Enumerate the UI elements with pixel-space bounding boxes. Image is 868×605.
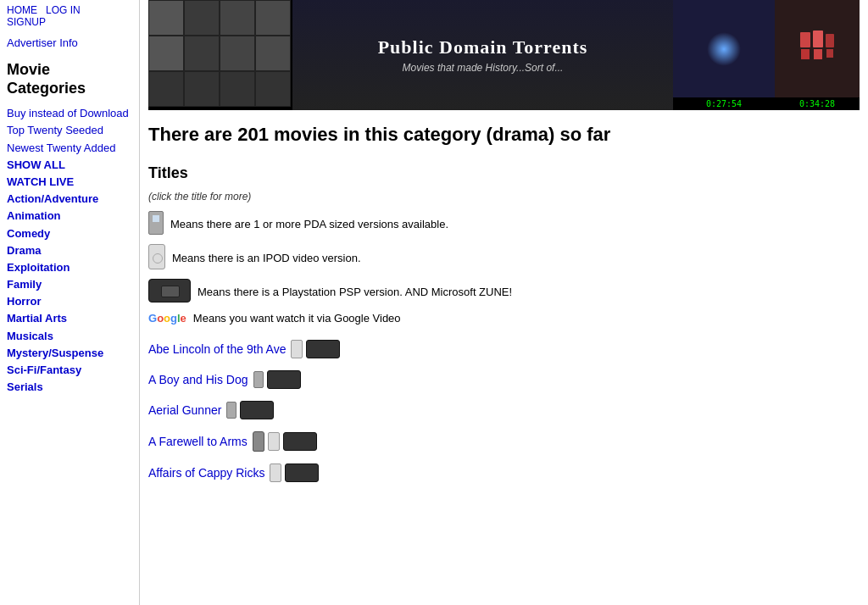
film-thumb-12	[255, 71, 291, 107]
film-thumb-9	[148, 71, 184, 107]
movie-icons-aerial	[226, 401, 274, 419]
sidebar-heading: Movie Categories	[7, 61, 132, 97]
svg-rect-5	[826, 49, 833, 58]
sidebar-item-showall[interactable]: SHOW ALL	[7, 158, 132, 173]
legend: Means there are 1 or more PDA sized vers…	[148, 211, 860, 325]
login-link[interactable]: LOG IN	[46, 4, 81, 16]
svg-rect-3	[801, 49, 810, 59]
banner-center: Public Domain Torrents Movies that made …	[292, 0, 673, 110]
sidebar-item-animation[interactable]: Animation	[7, 208, 132, 224]
legend-google-text: Means you want watch it via Google Video	[193, 312, 401, 325]
banner-robots-svg	[792, 24, 843, 75]
psp-icon-sm	[267, 370, 301, 389]
movie-list: Abe Lincoln of the 9th Ave A Boy and His…	[148, 340, 860, 482]
category-title: There are 201 movies in this category (d…	[148, 123, 860, 147]
psp-icon-sm	[283, 432, 317, 451]
movie-item: A Boy and His Dog	[148, 370, 860, 389]
film-thumb-4	[255, 0, 291, 36]
movie-link-abe[interactable]: Abe Lincoln of the 9th Ave	[148, 342, 286, 356]
home-link[interactable]: HOME	[7, 4, 37, 16]
legend-ipod-text: Means there is an IPOD video version.	[172, 252, 361, 264]
sidebar-item-horror[interactable]: Horror	[7, 294, 132, 309]
site-banner: Public Domain Torrents Movies that made …	[148, 0, 860, 110]
click-note: (click the title for more)	[148, 191, 860, 203]
psp-icon	[148, 279, 191, 305]
legend-psp-text: Means there is a Playstation PSP version…	[198, 286, 512, 298]
film-thumb-7	[220, 36, 255, 71]
legend-google: Google Means you want watch it via Googl…	[148, 312, 860, 325]
movie-item: Abe Lincoln of the 9th Ave	[148, 340, 860, 358]
film-thumb-6	[184, 36, 220, 71]
film-thumb-2	[184, 0, 220, 36]
banner-video-1-time: 0:27:54	[673, 97, 775, 110]
sidebar-item-serials[interactable]: Serials	[7, 380, 132, 395]
google-icon: Google	[148, 312, 186, 325]
top-nav: HOME LOG IN SIGNUP	[7, 4, 132, 28]
sidebar-nav: Buy instead of Download Top Twenty Seede…	[7, 106, 132, 395]
banner-title: Public Domain Torrents	[378, 36, 588, 58]
ipod-icon	[148, 244, 165, 272]
banner-video-2: 0:34:28	[775, 0, 860, 110]
pda-icon-sm	[253, 371, 264, 388]
sidebar-item-family[interactable]: Family	[7, 277, 132, 292]
film-thumb-10	[184, 71, 220, 107]
film-thumb-1	[148, 0, 184, 36]
movie-link-affairs[interactable]: Affairs of Cappy Ricks	[148, 466, 264, 480]
sidebar-item-scifi[interactable]: Sci-Fi/Fantasy	[7, 363, 132, 378]
sidebar-item-buy[interactable]: Buy instead of Download	[7, 106, 132, 121]
banner-glow	[707, 32, 741, 66]
sidebar-item-newest[interactable]: Newest Twenty Added	[7, 141, 132, 156]
legend-psp: Means there is a Playstation PSP version…	[148, 279, 860, 305]
svg-rect-0	[800, 32, 810, 47]
sidebar-item-watchlive[interactable]: WATCH LIVE	[7, 175, 132, 190]
sidebar-item-martialarts[interactable]: Martial Arts	[7, 311, 132, 326]
film-thumb-8	[255, 36, 291, 71]
pda-icon-sm	[226, 402, 236, 419]
bottle-icon-sm	[253, 431, 264, 452]
sidebar-item-top-twenty[interactable]: Top Twenty Seeded	[7, 123, 132, 138]
signup-link[interactable]: SIGNUP	[7, 16, 46, 28]
film-thumb-5	[148, 36, 184, 71]
film-thumb-3	[220, 0, 255, 36]
banner-video-1-inner	[673, 0, 775, 97]
movie-icons-boy	[253, 370, 301, 389]
movie-item: Aerial Gunner	[148, 401, 860, 419]
banner-video-2-time: 0:34:28	[775, 97, 860, 110]
banner-video-1: 0:27:54	[673, 0, 775, 110]
movie-icons-abe	[291, 340, 340, 358]
banner-video-2-inner	[775, 0, 860, 97]
banner-subtitle: Movies that made History...Sort of...	[403, 62, 564, 74]
sidebar-item-drama[interactable]: Drama	[7, 243, 132, 258]
sidebar-item-comedy[interactable]: Comedy	[7, 226, 132, 241]
svg-rect-1	[813, 31, 823, 47]
movie-item: Affairs of Cappy Ricks	[148, 463, 860, 482]
legend-pda-text: Means there are 1 or more PDA sized vers…	[170, 218, 448, 230]
ipod-icon-sm	[268, 432, 280, 451]
movie-link-boy[interactable]: A Boy and His Dog	[148, 373, 248, 386]
psp-icon-sm	[240, 401, 274, 419]
movie-item: A Farewell to Arms	[148, 431, 860, 452]
svg-rect-2	[826, 34, 834, 47]
advertiser-info: Advertiser Info	[7, 36, 132, 49]
ipod-icon-sm	[270, 463, 281, 482]
sidebar-item-musicals[interactable]: Musicals	[7, 329, 132, 344]
banner-filmstrip	[148, 0, 292, 110]
movie-icons-affairs	[270, 463, 319, 482]
sidebar-item-mystery[interactable]: Mystery/Suspense	[7, 346, 132, 361]
legend-ipod: Means there is an IPOD video version.	[148, 244, 860, 272]
film-thumb-11	[220, 71, 255, 107]
legend-pda: Means there are 1 or more PDA sized vers…	[148, 211, 860, 237]
sidebar-item-exploitation[interactable]: Exploitation	[7, 260, 132, 275]
movie-link-aerial[interactable]: Aerial Gunner	[148, 403, 221, 417]
svg-rect-4	[814, 49, 822, 59]
psp-icon-sm	[285, 463, 319, 482]
movie-icons-farewell	[253, 431, 317, 452]
ipod-icon-sm	[291, 340, 303, 358]
movie-link-farewell[interactable]: A Farewell to Arms	[148, 435, 248, 448]
advertiser-link[interactable]: Advertiser Info	[7, 36, 78, 49]
pda-icon	[148, 211, 164, 237]
sidebar-item-action[interactable]: Action/Adventure	[7, 191, 132, 207]
titles-heading: Titles	[148, 164, 860, 182]
psp-icon-sm	[306, 340, 340, 358]
